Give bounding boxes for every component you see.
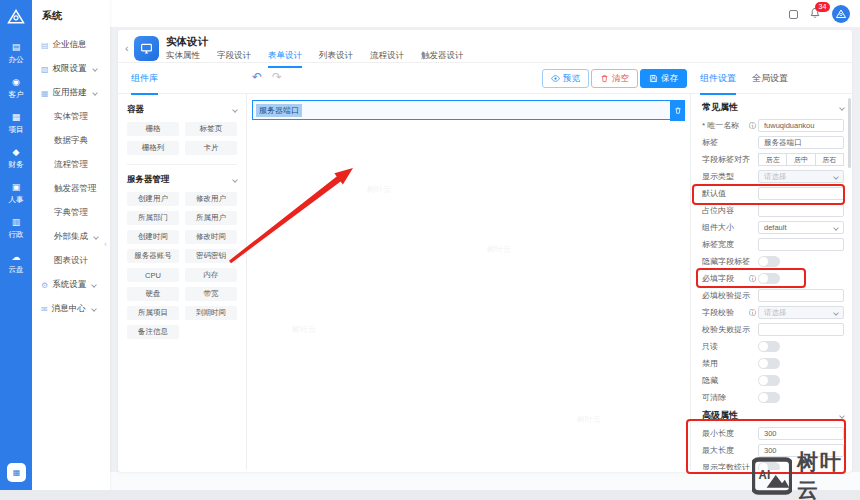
default-value-input[interactable] (758, 187, 844, 200)
field-chip[interactable]: CPU (127, 268, 179, 282)
menu-item-enterprise-info[interactable]: ▤企业信息 (32, 33, 110, 57)
min-length-input[interactable] (758, 427, 844, 440)
menu-item-permission-settings[interactable]: ▧权限设置 (32, 57, 110, 81)
sidebar-item-hr[interactable]: ▣人事 (0, 182, 32, 205)
menu-item-process-management[interactable]: 流程管理 (32, 153, 110, 177)
finance-icon: ◆ (13, 147, 20, 157)
label-width-input[interactable] (758, 238, 844, 251)
back-chevron[interactable]: ‹ (125, 42, 129, 54)
chevron-down-icon (91, 306, 97, 312)
save-button[interactable]: 保存 (640, 69, 687, 88)
menu-item-data-dictionary[interactable]: 数据字典 (32, 129, 110, 153)
menu-item-entity-management[interactable]: 实体管理 (32, 105, 110, 129)
field-chip[interactable]: 备注信息 (127, 325, 179, 339)
menu-item-trigger-management[interactable]: 触发器管理 (32, 177, 110, 201)
align-left-button[interactable]: 居左 (758, 153, 787, 166)
clear-button[interactable]: 清空 (591, 69, 638, 88)
entity-header: ‹ 实体设计 实体属性 字段设计 表单设计 列表设计 流程设计 触发器设计 (118, 30, 852, 63)
library-section-container[interactable]: 容器 (127, 100, 237, 122)
align-center-button[interactable]: 居中 (787, 153, 815, 166)
fullscreen-icon[interactable] (789, 10, 798, 19)
tag-input[interactable] (758, 136, 844, 149)
common-props-header[interactable]: 常见属性 (702, 98, 844, 117)
watermark-stamp: 树叶云 (367, 184, 391, 195)
admin-icon: ▥ (12, 217, 21, 227)
advanced-props-header[interactable]: 高级属性 (702, 406, 844, 425)
menu-item-external-integration[interactable]: 外部集成 (32, 225, 110, 249)
hr-icon: ▣ (12, 182, 21, 192)
sidebar-item-office[interactable]: ▤办公 (0, 42, 32, 65)
field-chip[interactable]: 修改用户 (185, 192, 237, 206)
field-chip[interactable]: 服务器账号 (127, 249, 179, 263)
hide-label-toggle[interactable] (758, 256, 780, 267)
size-select[interactable]: default (758, 221, 844, 234)
component-chip[interactable]: 栅格 (127, 122, 179, 136)
tab-component-settings[interactable]: 组件设置 (700, 72, 736, 95)
selected-form-field[interactable]: 服务器端口 (252, 100, 685, 120)
disabled-toggle[interactable] (758, 358, 780, 369)
divider (690, 94, 691, 470)
prop-row-default-value: 默认值 (702, 185, 844, 202)
tab-component-library[interactable]: 组件库 (131, 72, 158, 95)
menu-item-app-build[interactable]: ▦应用搭建 (32, 81, 110, 105)
readonly-toggle[interactable] (758, 341, 780, 352)
sidebar-item-admin[interactable]: ▥行政 (0, 217, 32, 240)
component-chip[interactable]: 栅格列 (127, 141, 179, 155)
user-avatar[interactable] (832, 5, 850, 23)
preview-button[interactable]: 预览 (542, 69, 589, 88)
max-length-input[interactable] (758, 444, 844, 457)
sidebar-item-cloud[interactable]: ☁云盘 (0, 252, 32, 275)
field-chip[interactable]: 创建用户 (127, 192, 179, 206)
form-canvas[interactable]: 服务器端口 树叶云 树叶云 树叶云 树叶云 (247, 94, 690, 470)
notification-bell[interactable]: 34 (809, 7, 821, 21)
redo-button[interactable]: ↷ (272, 70, 282, 84)
required-msg-input[interactable] (758, 289, 844, 302)
component-chip[interactable]: 卡片 (185, 141, 237, 155)
field-chip[interactable]: 创建时间 (127, 230, 179, 244)
sidebar-item-finance[interactable]: ◆财务 (0, 147, 32, 170)
menu-item-system-settings[interactable]: ⚙系统设置 (32, 273, 110, 297)
fail-msg-input[interactable] (758, 323, 844, 336)
word-count-toggle[interactable] (758, 462, 780, 470)
field-chip[interactable]: 内存 (185, 268, 237, 282)
office-icon: ▤ (12, 42, 21, 52)
menu-item-message-center[interactable]: ✉消息中心 (32, 297, 110, 321)
sidebar-collapse-button[interactable]: ▦ (7, 463, 26, 482)
library-section-server-mgmt[interactable]: 服务器管理 (127, 170, 237, 192)
gear-icon: ⚙ (41, 281, 48, 290)
validation-select[interactable]: 请选择 (758, 306, 844, 319)
settings-tabs: 组件设置 全局设置 (700, 72, 788, 95)
page-bottom-bar (0, 490, 860, 500)
component-library-panel: 容器 栅格 标签页 栅格列 卡片 服务器管理 创建用户 修改用户 所属部门 所属… (118, 94, 246, 470)
panel-scrollbar[interactable] (848, 98, 851, 168)
field-chip[interactable]: 密码密钥 (185, 249, 237, 263)
delete-field-button[interactable] (670, 100, 685, 121)
hidden-toggle[interactable] (758, 375, 780, 386)
app-logo[interactable] (5, 6, 27, 28)
field-chip[interactable]: 所属用户 (185, 211, 237, 225)
align-right-button[interactable]: 居右 (816, 153, 844, 166)
placeholder-input[interactable] (758, 204, 844, 217)
field-chip[interactable]: 到期时间 (185, 306, 237, 320)
display-type-select[interactable]: 请选择 (758, 170, 844, 183)
component-chip[interactable]: 标签页 (185, 122, 237, 136)
unique-name-input[interactable] (758, 119, 844, 132)
app-build-icon: ▦ (41, 89, 49, 98)
sidebar-item-project[interactable]: ▦项目 (0, 112, 32, 135)
chevron-down-icon (91, 282, 97, 288)
sidebar-item-customer[interactable]: ◉客户 (0, 77, 32, 100)
required-toggle[interactable] (758, 273, 780, 284)
field-chip[interactable]: 所属项目 (127, 306, 179, 320)
clearable-toggle[interactable] (758, 392, 780, 403)
undo-button[interactable]: ↶ (252, 70, 262, 84)
menu-item-chart-design[interactable]: 图表设计 (32, 249, 110, 273)
field-chip[interactable]: 所属部门 (127, 211, 179, 225)
field-chip[interactable]: 修改时间 (185, 230, 237, 244)
sidebar-collapse-handle[interactable]: ‹ (104, 236, 112, 252)
chevron-down-icon (232, 107, 238, 113)
field-chip[interactable]: 带宽 (185, 287, 237, 301)
menu-item-dictionary-management[interactable]: 字典管理 (32, 201, 110, 225)
tab-global-settings[interactable]: 全局设置 (752, 72, 788, 95)
field-chip[interactable]: 硬盘 (127, 287, 179, 301)
chevron-down-icon (833, 310, 839, 316)
